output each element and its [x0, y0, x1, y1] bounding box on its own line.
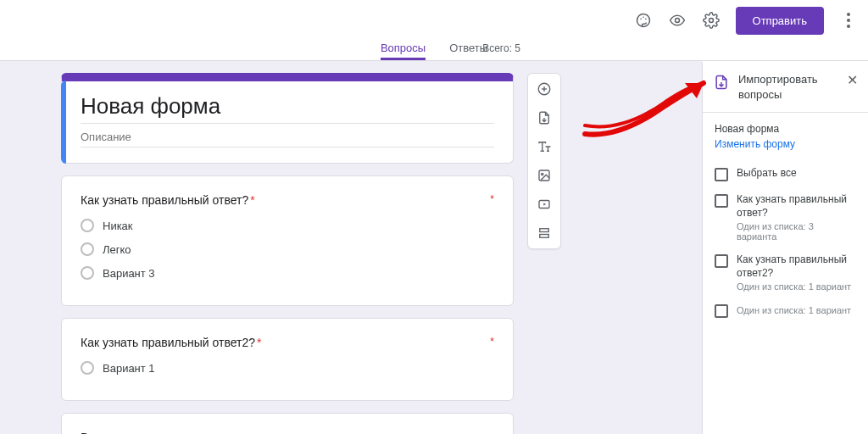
close-icon[interactable]: ✕ [847, 74, 858, 87]
question-card[interactable]: Как узнать правильный ответ2?* * Вариант… [61, 318, 514, 401]
settings-icon[interactable] [702, 11, 721, 30]
select-all-row[interactable]: Выбрать все [715, 167, 856, 181]
import-panel-title: Импортировать вопросы [738, 72, 838, 102]
checkbox-icon[interactable] [715, 168, 728, 181]
svg-rect-14 [540, 235, 549, 238]
question-card[interactable]: Как узнать правильный ответ?* * Никак Ле… [61, 175, 514, 306]
option-row[interactable]: Вариант 1 [81, 361, 494, 375]
select-all-label: Выбрать все [737, 167, 797, 181]
checkbox-icon[interactable] [715, 254, 728, 268]
import-item-title: Как узнать правильный ответ? [737, 193, 856, 220]
svg-point-1 [640, 19, 642, 20]
send-button[interactable]: Отправить [736, 7, 824, 35]
svg-marker-12 [543, 203, 546, 206]
change-form-link[interactable]: Изменить форму [715, 138, 856, 150]
add-title-icon[interactable] [536, 138, 553, 155]
checkbox-icon[interactable] [715, 194, 728, 208]
svg-point-3 [645, 19, 647, 20]
form-title-input[interactable] [81, 93, 494, 124]
import-item-sub: Один из списка: 3 варианта [737, 221, 856, 242]
svg-point-0 [637, 14, 649, 27]
side-toolbar [527, 73, 561, 249]
option-row[interactable]: Вариант 3 [81, 266, 494, 280]
palette-icon[interactable] [634, 11, 653, 30]
form-description-input[interactable] [81, 131, 494, 147]
form-header-card[interactable] [61, 73, 514, 164]
tab-questions[interactable]: Вопросы [381, 42, 426, 60]
option-label: Вариант 1 [103, 362, 155, 375]
radio-icon [81, 361, 94, 375]
option-label: Легко [103, 243, 131, 256]
question-title: Как узнать правильный ответ?* * [81, 193, 494, 207]
radio-icon [81, 242, 94, 256]
editor-area: Как узнать правильный ответ?* * Никак Ле… [0, 61, 702, 434]
option-label: Вариант 3 [103, 267, 155, 280]
import-source-name: Новая форма [715, 123, 856, 135]
question-card[interactable]: Вопрос Вариант 1 [61, 413, 514, 434]
import-item[interactable]: Как узнать правильный ответ? Один из спи… [715, 193, 856, 242]
import-panel-icon [713, 74, 730, 94]
questions-total: Всего: 5 [482, 42, 520, 54]
svg-rect-13 [540, 229, 549, 232]
more-options-icon[interactable] [839, 13, 858, 28]
import-item[interactable]: Как узнать правильный ответ2? Один из сп… [715, 253, 856, 292]
svg-rect-9 [539, 170, 549, 181]
preview-icon[interactable] [668, 11, 687, 30]
add-section-icon[interactable] [536, 225, 553, 242]
option-label: Никак [103, 220, 133, 232]
svg-point-4 [675, 19, 679, 23]
svg-point-2 [643, 16, 644, 18]
tabs-row: Вопросы Ответы Всего: 5 [0, 41, 868, 61]
option-row[interactable]: Легко [81, 242, 494, 256]
svg-point-10 [542, 173, 543, 175]
radio-icon [81, 219, 94, 232]
import-item[interactable]: Один из списка: 1 вариант [715, 303, 856, 318]
import-questions-icon[interactable] [536, 109, 553, 126]
radio-icon [81, 266, 94, 280]
svg-point-5 [709, 19, 713, 23]
top-header: Отправить [0, 0, 868, 41]
import-item-sub: Один из списка: 1 вариант [737, 305, 851, 315]
add-image-icon[interactable] [536, 167, 553, 184]
add-video-icon[interactable] [536, 196, 553, 213]
option-row[interactable]: Никак [81, 219, 494, 232]
question-title: Вопрос [81, 431, 494, 434]
import-item-title: Как узнать правильный ответ2? [737, 253, 856, 280]
import-panel: Импортировать вопросы ✕ Новая форма Изме… [702, 62, 868, 434]
add-question-icon[interactable] [536, 81, 553, 97]
import-item-sub: Один из списка: 1 вариант [737, 281, 856, 292]
checkbox-icon[interactable] [715, 304, 728, 318]
question-title: Как узнать правильный ответ2?* * [81, 336, 494, 349]
